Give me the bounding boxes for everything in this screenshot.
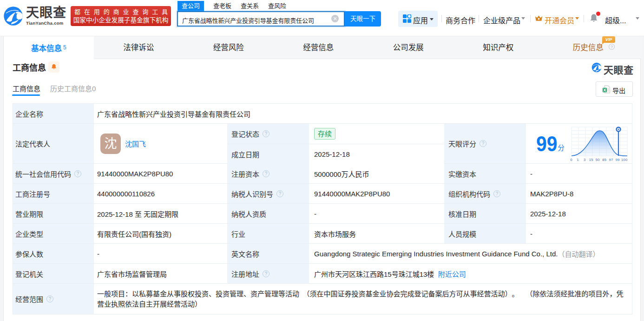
svg-text:97: 97 [609, 158, 613, 162]
svg-text:15: 15 [589, 158, 593, 162]
svg-text:3: 3 [584, 158, 586, 162]
svg-text:0: 0 [570, 158, 572, 162]
svg-text:50: 50 [596, 158, 600, 162]
svg-text:1: 1 [577, 158, 579, 162]
svg-text:100: 100 [621, 158, 628, 162]
svg-text:85: 85 [602, 158, 606, 162]
svg-text:99: 99 [616, 158, 620, 162]
